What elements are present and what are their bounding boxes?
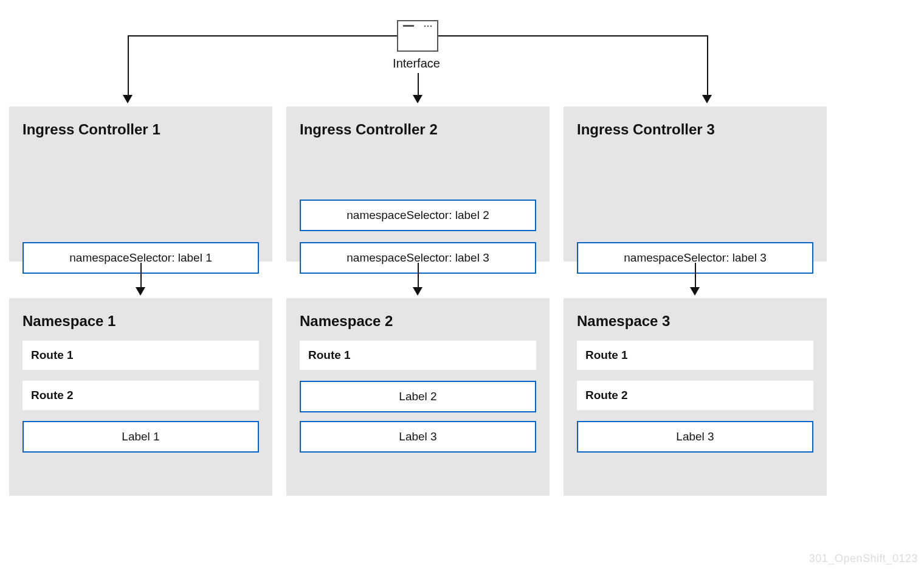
connector-line <box>418 263 419 288</box>
route-item: Route 1 <box>22 341 259 370</box>
route-item: Route 1 <box>300 341 536 370</box>
connector-line <box>707 35 708 96</box>
arrow-down-icon <box>123 95 133 103</box>
card-title: Namespace 1 <box>22 313 259 330</box>
namespace-card: Namespace 3 Route 1 Route 2 Label 3 <box>564 298 827 496</box>
label-item: Label 3 <box>577 421 813 453</box>
watermark-text: 301_OpenShift_0123 <box>809 552 918 565</box>
card-title: Namespace 3 <box>577 313 813 330</box>
interface-label: Interface <box>377 57 456 71</box>
connector-line <box>695 263 696 288</box>
namespace-card: Namespace 1 Route 1 Route 2 Label 1 <box>9 298 272 496</box>
label-item: Label 3 <box>300 421 536 453</box>
card-title: Ingress Controller 3 <box>577 121 813 138</box>
namespace-card: Namespace 2 Route 1 Label 2 Label 3 <box>286 298 550 496</box>
connector-line <box>128 35 129 96</box>
route-item: Route 2 <box>577 381 813 410</box>
route-item: Route 2 <box>22 381 259 410</box>
label-item: Label 1 <box>22 421 259 453</box>
arrow-down-icon <box>136 287 145 296</box>
connector-line <box>128 35 397 36</box>
connector-line <box>418 73 419 96</box>
architecture-diagram: Interface Ingress Controller 1 namespace… <box>0 0 924 587</box>
label-item: Label 2 <box>300 381 536 412</box>
connector-line <box>140 263 142 288</box>
card-title: Ingress Controller 1 <box>22 121 259 138</box>
ingress-controller-card: Ingress Controller 3 namespaceSelector: … <box>564 106 827 262</box>
ingress-controller-card: Ingress Controller 2 namespaceSelector: … <box>286 106 550 262</box>
connector-line <box>438 35 708 36</box>
arrow-down-icon <box>690 287 700 296</box>
arrow-down-icon <box>413 287 422 296</box>
arrow-down-icon <box>413 95 422 103</box>
ingress-controller-card: Ingress Controller 1 namespaceSelector: … <box>9 106 272 262</box>
card-title: Namespace 2 <box>300 313 536 330</box>
card-title: Ingress Controller 2 <box>300 121 536 138</box>
interface-icon <box>397 20 438 52</box>
namespace-selector-box: namespaceSelector: label 2 <box>300 200 536 231</box>
route-item: Route 1 <box>577 341 813 370</box>
arrow-down-icon <box>702 95 712 103</box>
